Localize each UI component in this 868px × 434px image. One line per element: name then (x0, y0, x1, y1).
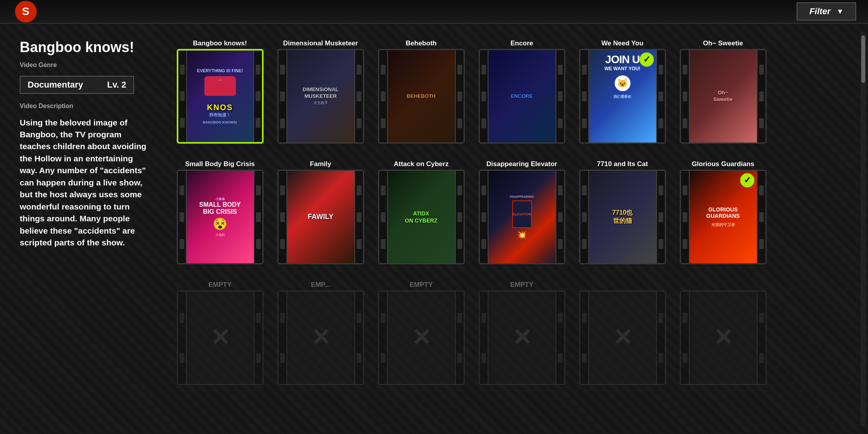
vhs-spine-left7 (178, 171, 187, 263)
card-col-family: Family FAWILY (270, 152, 371, 264)
vhs-card-sweetie[interactable]: Oh~Sweetie (680, 49, 767, 144)
vhs-spine-empty-left6 (681, 292, 690, 384)
vhs-spine-empty-right2 (354, 292, 363, 384)
card-title-family: Family (310, 152, 331, 170)
vhs-card-disappearing[interactable]: DISAPPEARING ELEVATOR 💥 (479, 170, 565, 264)
video-description: Using the beloved image of Bangboo, the … (20, 117, 150, 249)
scrollbar-thumb[interactable] (861, 36, 865, 83)
card-col-empty3: EMPTY ✕ (371, 273, 471, 385)
card-col-bangboo: Bangboo knows! EVERYTHING IS FINE! 🚗 (170, 32, 270, 144)
vhs-cover-beheboth: BEHEBOTH (388, 50, 455, 142)
card-title-disappearing: Disappearing Elevator (486, 152, 557, 170)
vhs-card-weneedyou[interactable]: JOIN U WE WANT YOU! 😺 我们需要你 (579, 49, 666, 144)
vhs-spine-right8 (354, 171, 363, 263)
desc-label: Video Description (20, 103, 150, 110)
vhs-spine-left2 (279, 50, 287, 142)
vhs-cover-empty1: ✕ (187, 292, 254, 384)
card-col-empty6: ✕ (673, 273, 773, 385)
scrollbar[interactable] (861, 32, 866, 426)
vhs-spine-right4 (556, 50, 564, 142)
filter-label: Filter (809, 6, 831, 17)
vhs-card-smallbody[interactable]: 小身体 SMALL BODYBIG CRISIS 😵 大危机 (177, 170, 264, 264)
card-title-weneedyou: We Need You (601, 32, 644, 49)
vhs-spine-left6 (681, 50, 690, 142)
card-col-empty4: EMPTY ✕ (471, 273, 572, 385)
vhs-spine-right5 (656, 50, 665, 142)
card-row-1: Bangboo knows! EVERYTHING IS FINE! 🚗 (170, 32, 864, 144)
vhs-card-glorious[interactable]: GLORIOUSGUARDIANS 光荣的守卫者 ✓ (680, 170, 767, 264)
vhs-card-7710[interactable]: 7710也世的猫 (579, 170, 666, 264)
vhs-spine-left12 (681, 171, 690, 263)
panel-title: Bangboo knows! (20, 39, 150, 55)
vhs-spine-left11 (580, 171, 589, 263)
empty-x-3: ✕ (412, 326, 431, 350)
empty-x-6: ✕ (713, 326, 733, 350)
vhs-cover-sweetie: Oh~Sweetie (690, 50, 757, 142)
vhs-cover-empty5: ✕ (589, 292, 656, 384)
vhs-card-bangboo[interactable]: EVERYTHING IS FINE! 🚗 KNOS 邦布知道！ BANGBOO… (177, 49, 264, 144)
vhs-spine-left3 (379, 50, 388, 142)
vhs-cover-7710: 7710也世的猫 (589, 171, 656, 263)
genre-label: Video Genre (20, 62, 150, 69)
vhs-card-empty3[interactable]: ✕ (378, 290, 465, 385)
filter-arrow-icon: ▼ (836, 7, 844, 16)
vhs-spine-right2 (354, 50, 363, 142)
vhs-cover-empty3: ✕ (388, 292, 455, 384)
vhs-spine-empty-left5 (580, 292, 589, 384)
vhs-card-empty6[interactable]: ✕ (680, 290, 767, 385)
vhs-card-empty2[interactable]: ✕ (277, 290, 364, 385)
logo-icon: S (15, 1, 37, 22)
vhs-spine-left (178, 51, 187, 142)
vhs-cover-empty6: ✕ (690, 292, 757, 384)
vhs-card-dimensional[interactable]: DIMENSIONALMUSKETEER次元枪手 (277, 49, 364, 144)
card-col-glorious: Glorious Guardians GLORIOUSGUARDIANS 光荣的… (673, 152, 773, 264)
card-row-2: Small Body Big Crisis 小身体 SMALL BODYBIG … (170, 152, 864, 264)
vhs-spine-left5 (580, 50, 589, 142)
card-title-sweetie: Oh~ Sweetie (703, 32, 743, 49)
filter-button[interactable]: Filter ▼ (797, 2, 856, 21)
vhs-card-attackcyberz[interactable]: ATIDXON CYBERZ (378, 170, 465, 264)
card-col-smallbody: Small Body Big Crisis 小身体 SMALL BODYBIG … (170, 152, 270, 264)
vhs-cover-smallbody: 小身体 SMALL BODYBIG CRISIS 😵 大危机 (187, 171, 254, 263)
vhs-spine-empty-left4 (480, 292, 488, 384)
vhs-spine-empty-left1 (178, 292, 187, 384)
card-title-dimensional: Dimensional Musketeer (283, 32, 358, 49)
vhs-spine-right11 (656, 171, 665, 263)
vhs-spine-empty-right6 (757, 292, 765, 384)
vhs-cover-empty2: ✕ (287, 292, 354, 384)
vhs-cover-disappearing: DISAPPEARING ELEVATOR 💥 (488, 171, 556, 263)
card-title-encore: Encore (511, 32, 533, 49)
vhs-spine-empty-right1 (254, 292, 262, 384)
vhs-card-beheboth[interactable]: BEHEBOTH (378, 49, 465, 144)
card-title-7710: 7710 and Its Cat (597, 152, 648, 170)
vhs-spine-right12 (757, 171, 765, 263)
vhs-spine-empty-right5 (656, 292, 665, 384)
vhs-spine-right9 (455, 171, 464, 263)
vhs-card-empty5[interactable]: ✕ (579, 290, 666, 385)
card-col-empty1: EMPTY ✕ (170, 273, 270, 385)
vhs-spine-empty-left2 (279, 292, 287, 384)
card-col-empty2: EMP... ✕ (270, 273, 371, 385)
empty-x-4: ✕ (512, 326, 532, 350)
vhs-card-family[interactable]: FAWILY (277, 170, 364, 264)
vhs-spine-left8 (279, 171, 287, 263)
vhs-spine-left4 (480, 50, 488, 142)
genre-badge: Documentary Lv. 2 (20, 76, 134, 94)
vhs-cover-dimensional: DIMENSIONALMUSKETEER次元枪手 (287, 50, 354, 142)
vhs-card-encore[interactable]: ENCORE (479, 49, 565, 144)
card-col-sweetie: Oh~ Sweetie Oh~Sweetie (673, 32, 773, 144)
vhs-card-empty1[interactable]: ✕ (177, 290, 264, 385)
main-content: Bangboo knows! Video Genre Documentary L… (0, 24, 868, 434)
checkmark-glorious: ✓ (740, 173, 754, 187)
card-title-beheboth: Beheboth (406, 32, 436, 49)
vhs-spine-empty-left3 (379, 292, 388, 384)
empty-label-3: EMPTY (410, 273, 433, 290)
vhs-spine-empty-right3 (455, 292, 464, 384)
card-title-glorious: Glorious Guardians (692, 152, 754, 170)
card-col-encore: Encore ENCORE (471, 32, 572, 144)
card-col-weneedyou: We Need You JOIN U WE WANT YOU! (572, 32, 673, 144)
header: S Filter ▼ (0, 0, 868, 24)
vhs-card-empty4[interactable]: ✕ (479, 290, 565, 385)
right-panel: Bangboo knows! EVERYTHING IS FINE! 🚗 (166, 24, 868, 434)
vhs-cover-encore: ENCORE (488, 50, 556, 142)
